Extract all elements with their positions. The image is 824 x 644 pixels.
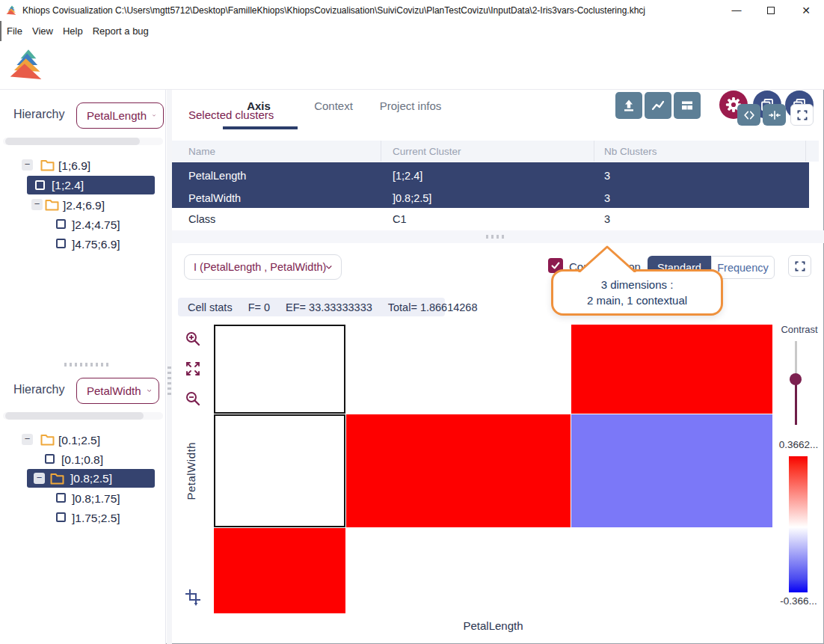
matrix-cell[interactable]: [214, 528, 345, 613]
column-header-current-cluster: Current Cluster: [393, 146, 461, 157]
hierarchy1-dimension-select[interactable]: PetalLength: [76, 102, 164, 129]
cluster-label: ]4.75;6.9]: [72, 238, 120, 251]
row-name: PetalWidth: [188, 192, 241, 204]
collapse-toggle[interactable]: −: [34, 473, 45, 484]
column-header-nb-clusters: Nb Clusters: [604, 146, 657, 157]
minimize-icon: —: [732, 4, 742, 16]
cluster-label: [0.1;2.5]: [58, 434, 100, 447]
column-header-name: Name: [188, 146, 215, 157]
chevron-down-icon: [326, 265, 332, 270]
menubar: File View Help Report a bug: [0, 21, 824, 41]
chart-button[interactable]: [645, 92, 671, 119]
measure-select[interactable]: I (PetalLength , PetalWidth): [184, 254, 342, 280]
hierarchy2-hscroll-thumb[interactable]: [5, 412, 144, 420]
matrix-cell[interactable]: [571, 528, 772, 613]
measure-select-value: I (PetalLength , PetalWidth): [194, 261, 326, 273]
app-icon: [6, 5, 18, 16]
contrast-slider-fill[interactable]: [795, 381, 797, 425]
folder-icon: [50, 473, 64, 485]
cluster-label: ]2.4;4.75]: [72, 218, 120, 232]
tab-context[interactable]: Context: [299, 99, 368, 114]
hierarchy2-dimension-select[interactable]: PetalWidth: [76, 378, 159, 404]
matrix-cell[interactable]: [346, 325, 571, 414]
cell-stats-label: Cell stats: [188, 301, 233, 313]
contrast-slider-knob[interactable]: [790, 373, 802, 385]
column-separator: [381, 141, 381, 162]
fullscreen-table-button[interactable]: [790, 104, 814, 126]
tree-item-selected[interactable]: − ]0.8;2.5]: [27, 469, 155, 488]
collapse-columns-button[interactable]: [763, 104, 786, 126]
matrix-cell[interactable]: [346, 414, 571, 527]
matrix-cell-selected[interactable]: [214, 414, 345, 527]
close-button[interactable]: ✕: [788, 0, 824, 21]
tooltip-arrow: [576, 245, 639, 272]
contrast-label: Contrast: [775, 324, 824, 335]
sidebar-resize-handle[interactable]: [167, 364, 171, 395]
fullscreen-matrix-button[interactable]: [788, 255, 811, 277]
menu-file[interactable]: File: [7, 25, 22, 37]
fullscreen-icon: [794, 260, 806, 272]
menu-report-a-bug[interactable]: Report a bug: [93, 25, 149, 37]
window-title: Khiops Covisualization C:\Users\mgtt5712…: [22, 0, 645, 21]
minimize-button[interactable]: —: [719, 0, 754, 21]
cluster-label: [1;2.4]: [52, 179, 84, 192]
cluster-label: [0.1;0.8]: [61, 453, 103, 467]
matrix-cell[interactable]: [571, 325, 772, 414]
cluster-label: [1;6.9]: [58, 159, 90, 173]
scale-min-value: -0.366...: [773, 595, 824, 607]
tree-item[interactable]: − [1;6.9]: [0, 157, 166, 174]
hierarchy1-title: Hierarchy: [13, 108, 64, 121]
matrix-cell[interactable]: [571, 414, 772, 527]
contrast-slider-track[interactable]: [795, 341, 797, 377]
tree-item[interactable]: − [0.1;2.5]: [0, 432, 166, 448]
layout-button[interactable]: [674, 92, 701, 119]
fullscreen-icon: [796, 109, 808, 121]
leaf-icon: [56, 219, 66, 229]
zoom-in-icon: [185, 331, 201, 347]
collapse-toggle[interactable]: −: [22, 434, 33, 445]
code-brackets-icon: [742, 108, 756, 122]
crop-selection-button[interactable]: [185, 589, 201, 610]
collapse-toggle[interactable]: −: [22, 159, 33, 171]
crop-icon: [185, 589, 201, 607]
matrix-x-axis-label: PetalLength: [214, 619, 772, 632]
tree-item[interactable]: ]1.75;2.5]: [0, 509, 166, 526]
tree-item[interactable]: ]0.8;1.75]: [0, 490, 166, 506]
khiops-logo: [9, 47, 48, 83]
collapse-toggle[interactable]: −: [31, 199, 43, 210]
tree-item[interactable]: [0.1;0.8]: [0, 451, 166, 467]
hierarchy1-hscroll-thumb[interactable]: [5, 138, 140, 145]
row-nb-clusters: 3: [604, 192, 610, 204]
matrix-cell[interactable]: [346, 528, 571, 613]
leaf-icon: [45, 454, 55, 464]
hierarchy2-dimension-value: PetalWidth: [87, 384, 141, 397]
cluster-label: ]1.75;2.5]: [72, 512, 120, 525]
tree-item[interactable]: ]2.4;4.75]: [0, 216, 166, 233]
tree-item[interactable]: ]4.75;6.9]: [0, 236, 166, 252]
upload-button[interactable]: [615, 92, 642, 119]
app-header: KHIOPS Covisualization Axis Context Proj…: [0, 41, 824, 90]
tree-item[interactable]: − ]2.4;6.9]: [0, 197, 166, 213]
folder-icon: [45, 199, 59, 211]
tab-project-infos[interactable]: Project infos: [369, 99, 452, 114]
chevron-down-icon: [147, 388, 151, 393]
dimensions-tooltip: 3 dimensions : 2 main, 1 contextual: [551, 269, 723, 316]
row-name: PetalLength: [188, 170, 246, 182]
menu-view[interactable]: View: [32, 25, 53, 37]
tree-item-selected[interactable]: [1;2.4]: [27, 176, 155, 194]
maximize-icon: [767, 7, 775, 14]
menu-help[interactable]: Help: [63, 25, 83, 37]
matrix-y-axis-label: PetalWidth: [182, 359, 199, 583]
panel-resize-handle[interactable]: [64, 363, 111, 367]
column-separator: [594, 141, 594, 162]
folder-icon: [40, 159, 55, 171]
panel-resize-handle[interactable]: [486, 235, 507, 239]
maximize-button[interactable]: [754, 0, 788, 21]
tooltip-line2: 2 main, 1 contextual: [553, 294, 721, 307]
row-name: Class: [188, 213, 215, 225]
titlebar: Khiops Covisualization C:\Users\mgtt5712…: [0, 0, 824, 21]
zoom-in-button[interactable]: [185, 331, 201, 350]
swap-axes-button[interactable]: [737, 104, 760, 126]
matrix-cell-selected[interactable]: [214, 325, 345, 414]
row-current-cluster: ]0.8;2.5]: [393, 192, 431, 204]
